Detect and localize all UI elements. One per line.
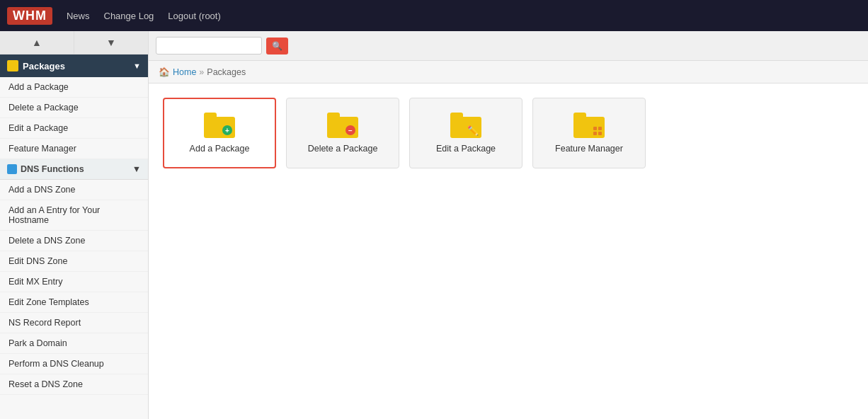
- tile-delete-package-label: Delete a Package: [308, 144, 378, 154]
- search-bar: 🔍: [149, 31, 868, 61]
- tile-feature-manager-label: Feature Manager: [555, 144, 623, 154]
- search-input[interactable]: [156, 37, 262, 54]
- main-content: 🔍 🏠 Home » Packages + Add a Package: [149, 31, 868, 419]
- sidebar-scroll-up[interactable]: ▲: [0, 31, 74, 54]
- sidebar-add-package[interactable]: Add a Package: [0, 77, 148, 98]
- sidebar-packages-icon: Packages: [7, 60, 65, 71]
- sidebar-edit-zone-templates[interactable]: Edit Zone Templates: [0, 292, 148, 313]
- folder-icon: [7, 60, 18, 71]
- sidebar-edit-dns-zone[interactable]: Edit DNS Zone: [0, 251, 148, 272]
- sidebar-add-a-entry[interactable]: Add an A Entry for Your Hostname: [0, 200, 148, 231]
- sidebar-dns-label-container: DNS Functions: [7, 164, 84, 174]
- tiles-area: + Add a Package − Delete a Package ✏️: [149, 84, 868, 183]
- add-package-folder-icon: +: [204, 113, 235, 138]
- tile-feature-manager[interactable]: Feature Manager: [532, 98, 646, 168]
- sidebar: ▲ ▼ Packages ▼ Add a Package Delete a Pa…: [0, 31, 149, 419]
- news-link[interactable]: News: [67, 11, 90, 21]
- breadcrumb: 🏠 Home » Packages: [149, 61, 868, 84]
- sidebar-packages-section[interactable]: Packages ▼: [0, 54, 148, 77]
- dns-icon: [7, 164, 17, 174]
- grid-icon: [593, 127, 602, 135]
- tile-delete-package[interactable]: − Delete a Package: [286, 98, 399, 168]
- tile-add-package[interactable]: + Add a Package: [163, 98, 276, 168]
- packages-chevron-icon: ▼: [133, 62, 141, 70]
- sidebar-park-domain[interactable]: Park a Domain: [0, 333, 148, 354]
- logout-link[interactable]: Logout (root): [168, 11, 220, 21]
- sidebar-reset-dns-zone[interactable]: Reset a DNS Zone: [0, 374, 148, 395]
- sidebar-edit-mx-entry[interactable]: Edit MX Entry: [0, 272, 148, 292]
- sidebar-ns-record-report[interactable]: NS Record Report: [0, 313, 148, 333]
- home-icon: 🏠: [159, 67, 170, 77]
- sidebar-scroll-controls: ▲ ▼: [0, 31, 148, 54]
- feature-manager-folder-icon: [573, 113, 605, 138]
- sidebar-dns-label: DNS Functions: [21, 164, 84, 174]
- sidebar-delete-dns-zone[interactable]: Delete a DNS Zone: [0, 231, 148, 251]
- search-button[interactable]: 🔍: [266, 38, 288, 54]
- delete-package-folder-icon: −: [327, 113, 358, 138]
- pencil-icon: ✏️: [467, 125, 479, 136]
- sidebar-edit-package[interactable]: Edit a Package: [0, 118, 148, 139]
- sidebar-scroll-down[interactable]: ▼: [74, 31, 148, 54]
- breadcrumb-separator: »: [199, 67, 204, 77]
- sidebar-perform-dns-cleanup[interactable]: Perform a DNS Cleanup: [0, 354, 148, 374]
- tile-edit-package[interactable]: ✏️ Edit a Package: [409, 98, 522, 168]
- sidebar-delete-package[interactable]: Delete a Package: [0, 98, 148, 118]
- breadcrumb-home[interactable]: Home: [173, 67, 196, 77]
- main-layout: ▲ ▼ Packages ▼ Add a Package Delete a Pa…: [0, 31, 868, 419]
- breadcrumb-current: Packages: [207, 67, 246, 77]
- edit-package-folder-icon: ✏️: [450, 113, 481, 138]
- sidebar-feature-manager[interactable]: Feature Manager: [0, 139, 148, 159]
- sidebar-packages-label: Packages: [23, 61, 65, 71]
- sidebar-dns-section[interactable]: DNS Functions ▼: [0, 159, 148, 180]
- tile-edit-package-label: Edit a Package: [436, 144, 496, 154]
- whm-logo: WHM: [7, 7, 52, 25]
- changelog-link[interactable]: Change Log: [104, 11, 154, 21]
- dns-chevron-icon: ▼: [132, 164, 141, 174]
- tile-add-package-label: Add a Package: [190, 144, 250, 154]
- top-navigation: WHM News Change Log Logout (root): [0, 0, 868, 31]
- sidebar-add-dns-zone[interactable]: Add a DNS Zone: [0, 180, 148, 200]
